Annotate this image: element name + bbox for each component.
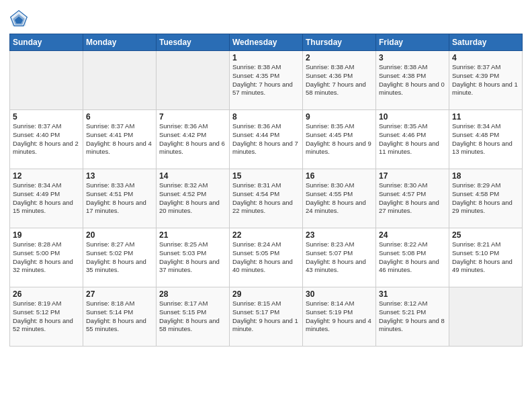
calendar-day-cell: 1Sunrise: 8:38 AM Sunset: 4:35 PM Daylig…	[230, 51, 303, 110]
calendar-day-cell: 18Sunrise: 8:29 AM Sunset: 4:58 PM Dayli…	[449, 169, 523, 228]
day-info: Sunrise: 8:23 AM Sunset: 5:07 PM Dayligh…	[306, 240, 373, 275]
day-number: 27	[86, 289, 153, 299]
day-number: 14	[159, 171, 226, 181]
day-info: Sunrise: 8:36 AM Sunset: 4:42 PM Dayligh…	[159, 122, 226, 156]
day-number: 28	[159, 289, 226, 299]
day-info: Sunrise: 8:33 AM Sunset: 4:51 PM Dayligh…	[86, 181, 153, 216]
day-number: 8	[232, 112, 300, 122]
calendar-day-cell: 25Sunrise: 8:21 AM Sunset: 5:10 PM Dayli…	[449, 228, 523, 287]
calendar-day-cell: 14Sunrise: 8:32 AM Sunset: 4:52 PM Dayli…	[157, 169, 230, 228]
day-info: Sunrise: 8:27 AM Sunset: 5:02 PM Dayligh…	[86, 240, 153, 275]
day-info: Sunrise: 8:31 AM Sunset: 4:54 PM Dayligh…	[232, 181, 300, 216]
calendar-day-cell: 10Sunrise: 8:35 AM Sunset: 4:46 PM Dayli…	[376, 110, 449, 169]
day-of-week-header: Monday	[83, 34, 157, 51]
calendar-day-cell: 16Sunrise: 8:30 AM Sunset: 4:55 PM Dayli…	[303, 169, 376, 228]
day-info: Sunrise: 8:24 AM Sunset: 5:05 PM Dayligh…	[232, 240, 300, 275]
calendar-day-cell: 2Sunrise: 8:38 AM Sunset: 4:36 PM Daylig…	[303, 51, 376, 110]
day-info: Sunrise: 8:36 AM Sunset: 4:44 PM Dayligh…	[232, 122, 300, 156]
calendar-day-cell: 12Sunrise: 8:34 AM Sunset: 4:49 PM Dayli…	[10, 169, 83, 228]
calendar-day-cell	[10, 51, 83, 110]
calendar-week-row: 5Sunrise: 8:37 AM Sunset: 4:40 PM Daylig…	[10, 110, 523, 169]
calendar-day-cell	[83, 51, 157, 110]
calendar-day-cell: 31Sunrise: 8:12 AM Sunset: 5:21 PM Dayli…	[376, 287, 449, 347]
calendar-day-cell	[449, 287, 523, 347]
day-of-week-header: Tuesday	[157, 34, 230, 51]
day-info: Sunrise: 8:37 AM Sunset: 4:40 PM Dayligh…	[13, 122, 80, 156]
calendar-table: SundayMondayTuesdayWednesdayThursdayFrid…	[9, 34, 523, 347]
day-number: 18	[452, 171, 519, 181]
calendar-day-cell: 8Sunrise: 8:36 AM Sunset: 4:44 PM Daylig…	[230, 110, 303, 169]
day-number: 21	[159, 230, 226, 240]
day-info: Sunrise: 8:35 AM Sunset: 4:45 PM Dayligh…	[306, 122, 373, 156]
day-number: 23	[306, 230, 373, 240]
day-info: Sunrise: 8:12 AM Sunset: 5:21 PM Dayligh…	[379, 300, 446, 334]
calendar-day-cell: 26Sunrise: 8:19 AM Sunset: 5:12 PM Dayli…	[10, 287, 83, 347]
day-of-week-header: Thursday	[303, 34, 376, 51]
logo-icon	[9, 9, 28, 28]
day-number: 17	[379, 171, 446, 181]
day-number: 13	[86, 171, 153, 181]
day-number: 22	[232, 230, 300, 240]
day-info: Sunrise: 8:18 AM Sunset: 5:14 PM Dayligh…	[86, 300, 153, 334]
calendar-week-row: 26Sunrise: 8:19 AM Sunset: 5:12 PM Dayli…	[10, 287, 523, 347]
day-of-week-header: Saturday	[449, 34, 523, 51]
day-number: 10	[379, 112, 446, 122]
calendar-day-cell: 24Sunrise: 8:22 AM Sunset: 5:08 PM Dayli…	[376, 228, 449, 287]
day-info: Sunrise: 8:22 AM Sunset: 5:08 PM Dayligh…	[379, 240, 446, 275]
day-info: Sunrise: 8:19 AM Sunset: 5:12 PM Dayligh…	[13, 300, 80, 334]
calendar-header-row: SundayMondayTuesdayWednesdayThursdayFrid…	[10, 34, 523, 51]
calendar-day-cell: 9Sunrise: 8:35 AM Sunset: 4:45 PM Daylig…	[303, 110, 376, 169]
day-number: 12	[13, 171, 80, 181]
day-info: Sunrise: 8:32 AM Sunset: 4:52 PM Dayligh…	[159, 181, 226, 216]
day-info: Sunrise: 8:14 AM Sunset: 5:19 PM Dayligh…	[306, 300, 373, 334]
day-info: Sunrise: 8:29 AM Sunset: 4:58 PM Dayligh…	[452, 181, 519, 216]
calendar-day-cell	[157, 51, 230, 110]
day-of-week-header: Sunday	[10, 34, 83, 51]
page: SundayMondayTuesdayWednesdayThursdayFrid…	[0, 0, 532, 411]
day-info: Sunrise: 8:38 AM Sunset: 4:36 PM Dayligh…	[306, 63, 373, 97]
day-info: Sunrise: 8:35 AM Sunset: 4:46 PM Dayligh…	[379, 122, 446, 156]
day-number: 6	[86, 112, 153, 122]
calendar-day-cell: 7Sunrise: 8:36 AM Sunset: 4:42 PM Daylig…	[157, 110, 230, 169]
calendar-week-row: 1Sunrise: 8:38 AM Sunset: 4:35 PM Daylig…	[10, 51, 523, 110]
day-number: 24	[379, 230, 446, 240]
day-info: Sunrise: 8:38 AM Sunset: 4:35 PM Dayligh…	[232, 63, 300, 97]
day-info: Sunrise: 8:34 AM Sunset: 4:49 PM Dayligh…	[13, 181, 80, 216]
day-number: 5	[13, 112, 80, 122]
day-number: 25	[452, 230, 519, 240]
day-info: Sunrise: 8:37 AM Sunset: 4:41 PM Dayligh…	[86, 122, 153, 156]
calendar-day-cell: 29Sunrise: 8:15 AM Sunset: 5:17 PM Dayli…	[230, 287, 303, 347]
day-number: 1	[232, 53, 300, 62]
day-info: Sunrise: 8:25 AM Sunset: 5:03 PM Dayligh…	[159, 240, 226, 275]
calendar-day-cell: 19Sunrise: 8:28 AM Sunset: 5:00 PM Dayli…	[10, 228, 83, 287]
day-number: 11	[452, 112, 519, 122]
day-of-week-header: Wednesday	[230, 34, 303, 51]
day-info: Sunrise: 8:37 AM Sunset: 4:39 PM Dayligh…	[452, 63, 519, 97]
calendar-day-cell: 17Sunrise: 8:30 AM Sunset: 4:57 PM Dayli…	[376, 169, 449, 228]
calendar-day-cell: 11Sunrise: 8:34 AM Sunset: 4:48 PM Dayli…	[449, 110, 523, 169]
day-number: 19	[13, 230, 80, 240]
calendar-day-cell: 22Sunrise: 8:24 AM Sunset: 5:05 PM Dayli…	[230, 228, 303, 287]
day-info: Sunrise: 8:34 AM Sunset: 4:48 PM Dayligh…	[452, 122, 519, 156]
calendar-week-row: 19Sunrise: 8:28 AM Sunset: 5:00 PM Dayli…	[10, 228, 523, 287]
day-number: 15	[232, 171, 300, 181]
calendar-day-cell: 23Sunrise: 8:23 AM Sunset: 5:07 PM Dayli…	[303, 228, 376, 287]
day-number: 20	[86, 230, 153, 240]
day-number: 3	[379, 53, 446, 62]
day-info: Sunrise: 8:38 AM Sunset: 4:38 PM Dayligh…	[379, 63, 446, 97]
day-number: 26	[13, 289, 80, 299]
day-number: 2	[306, 53, 373, 62]
day-of-week-header: Friday	[376, 34, 449, 51]
day-number: 29	[232, 289, 300, 299]
calendar-day-cell: 3Sunrise: 8:38 AM Sunset: 4:38 PM Daylig…	[376, 51, 449, 110]
calendar-day-cell: 28Sunrise: 8:17 AM Sunset: 5:15 PM Dayli…	[157, 287, 230, 347]
day-number: 30	[306, 289, 373, 299]
calendar-day-cell: 5Sunrise: 8:37 AM Sunset: 4:40 PM Daylig…	[10, 110, 83, 169]
calendar-day-cell: 30Sunrise: 8:14 AM Sunset: 5:19 PM Dayli…	[303, 287, 376, 347]
day-number: 31	[379, 289, 446, 299]
calendar-day-cell: 13Sunrise: 8:33 AM Sunset: 4:51 PM Dayli…	[83, 169, 157, 228]
calendar-day-cell: 20Sunrise: 8:27 AM Sunset: 5:02 PM Dayli…	[83, 228, 157, 287]
day-number: 16	[306, 171, 373, 181]
calendar-day-cell: 6Sunrise: 8:37 AM Sunset: 4:41 PM Daylig…	[83, 110, 157, 169]
calendar-day-cell: 21Sunrise: 8:25 AM Sunset: 5:03 PM Dayli…	[157, 228, 230, 287]
